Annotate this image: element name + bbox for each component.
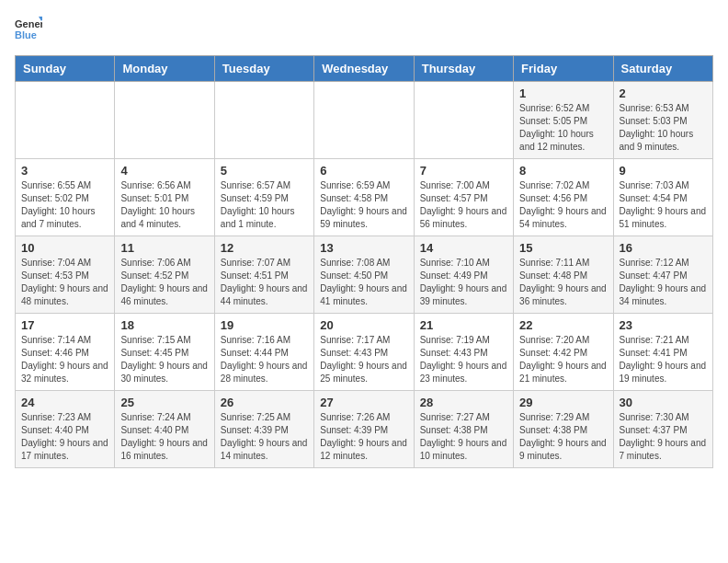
day-number: 12 [221, 241, 308, 255]
day-cell: 11Sunrise: 7:06 AM Sunset: 4:52 PM Dayli… [115, 236, 214, 314]
page-header: General Blue [15, 15, 713, 48]
day-info: Sunrise: 7:03 AM Sunset: 4:54 PM Dayligh… [620, 179, 707, 231]
day-number: 27 [320, 396, 407, 409]
day-info: Sunrise: 7:17 AM Sunset: 4:43 PM Dayligh… [320, 334, 407, 385]
day-cell: 21Sunrise: 7:19 AM Sunset: 4:43 PM Dayli… [414, 314, 513, 391]
day-number: 28 [420, 396, 507, 409]
day-number: 17 [21, 318, 108, 332]
day-cell: 7Sunrise: 7:00 AM Sunset: 4:57 PM Daylig… [414, 159, 513, 236]
day-number: 1 [519, 86, 607, 100]
week-row-5: 24Sunrise: 7:23 AM Sunset: 4:40 PM Dayli… [16, 391, 713, 468]
day-cell: 1Sunrise: 6:52 AM Sunset: 5:05 PM Daylig… [514, 82, 613, 159]
day-info: Sunrise: 7:30 AM Sunset: 4:37 PM Dayligh… [620, 411, 707, 463]
day-info: Sunrise: 6:53 AM Sunset: 5:03 PM Dayligh… [620, 102, 707, 154]
week-row-3: 10Sunrise: 7:04 AM Sunset: 4:53 PM Dayli… [16, 236, 713, 314]
day-info: Sunrise: 7:21 AM Sunset: 4:41 PM Dayligh… [620, 334, 707, 385]
day-number: 9 [620, 164, 707, 178]
day-number: 14 [420, 241, 507, 255]
day-cell: 28Sunrise: 7:27 AM Sunset: 4:38 PM Dayli… [414, 391, 513, 468]
weekday-header-row: SundayMondayTuesdayWednesdayThursdayFrid… [16, 56, 713, 82]
day-info: Sunrise: 7:27 AM Sunset: 4:38 PM Dayligh… [420, 411, 507, 463]
day-number: 24 [21, 396, 108, 409]
day-number: 4 [120, 164, 208, 178]
day-cell: 25Sunrise: 7:24 AM Sunset: 4:40 PM Dayli… [115, 391, 214, 468]
day-number: 21 [420, 318, 507, 332]
day-info: Sunrise: 6:57 AM Sunset: 4:59 PM Dayligh… [221, 179, 308, 231]
day-cell: 5Sunrise: 6:57 AM Sunset: 4:59 PM Daylig… [214, 159, 313, 236]
day-info: Sunrise: 7:10 AM Sunset: 4:49 PM Dayligh… [420, 257, 507, 308]
day-cell: 15Sunrise: 7:11 AM Sunset: 4:48 PM Dayli… [514, 236, 613, 314]
weekday-header-sunday: Sunday [16, 56, 115, 82]
day-number: 20 [320, 318, 407, 332]
day-cell: 22Sunrise: 7:20 AM Sunset: 4:42 PM Dayli… [514, 314, 613, 391]
weekday-header-monday: Monday [115, 56, 214, 82]
day-number: 26 [221, 396, 308, 409]
weekday-header-friday: Friday [514, 56, 613, 82]
day-number: 3 [21, 164, 108, 178]
day-info: Sunrise: 7:08 AM Sunset: 4:50 PM Dayligh… [320, 257, 407, 308]
day-cell: 17Sunrise: 7:14 AM Sunset: 4:46 PM Dayli… [16, 314, 115, 391]
day-info: Sunrise: 7:15 AM Sunset: 4:45 PM Dayligh… [120, 334, 208, 385]
day-number: 10 [21, 241, 108, 255]
day-info: Sunrise: 7:24 AM Sunset: 4:40 PM Dayligh… [120, 411, 208, 463]
day-cell: 12Sunrise: 7:07 AM Sunset: 4:51 PM Dayli… [214, 236, 313, 314]
day-cell [414, 82, 513, 159]
day-number: 23 [620, 318, 707, 332]
weekday-header-saturday: Saturday [613, 56, 712, 82]
day-cell: 10Sunrise: 7:04 AM Sunset: 4:53 PM Dayli… [16, 236, 115, 314]
day-info: Sunrise: 7:19 AM Sunset: 4:43 PM Dayligh… [420, 334, 507, 385]
day-cell [214, 82, 313, 159]
day-info: Sunrise: 7:26 AM Sunset: 4:39 PM Dayligh… [320, 411, 407, 463]
day-number: 7 [420, 164, 507, 178]
day-cell: 16Sunrise: 7:12 AM Sunset: 4:47 PM Dayli… [613, 236, 712, 314]
day-number: 2 [620, 86, 707, 100]
day-cell: 3Sunrise: 6:55 AM Sunset: 5:02 PM Daylig… [16, 159, 115, 236]
week-row-4: 17Sunrise: 7:14 AM Sunset: 4:46 PM Dayli… [16, 314, 713, 391]
day-info: Sunrise: 7:29 AM Sunset: 4:38 PM Dayligh… [519, 411, 607, 463]
svg-text:General: General [15, 18, 42, 29]
day-cell: 6Sunrise: 6:59 AM Sunset: 4:58 PM Daylig… [314, 159, 414, 236]
weekday-header-wednesday: Wednesday [314, 56, 414, 82]
day-info: Sunrise: 6:55 AM Sunset: 5:02 PM Dayligh… [21, 179, 108, 231]
day-info: Sunrise: 7:02 AM Sunset: 4:56 PM Dayligh… [519, 179, 607, 231]
day-cell: 29Sunrise: 7:29 AM Sunset: 4:38 PM Dayli… [514, 391, 613, 468]
day-info: Sunrise: 7:07 AM Sunset: 4:51 PM Dayligh… [221, 257, 308, 308]
day-info: Sunrise: 7:14 AM Sunset: 4:46 PM Dayligh… [21, 334, 108, 385]
day-cell: 4Sunrise: 6:56 AM Sunset: 5:01 PM Daylig… [115, 159, 214, 236]
day-info: Sunrise: 6:52 AM Sunset: 5:05 PM Dayligh… [519, 102, 607, 154]
day-cell: 24Sunrise: 7:23 AM Sunset: 4:40 PM Dayli… [16, 391, 115, 468]
day-number: 15 [519, 241, 607, 255]
day-cell: 8Sunrise: 7:02 AM Sunset: 4:56 PM Daylig… [514, 159, 613, 236]
day-number: 30 [620, 396, 707, 409]
day-cell: 27Sunrise: 7:26 AM Sunset: 4:39 PM Dayli… [314, 391, 414, 468]
day-number: 22 [519, 318, 607, 332]
day-info: Sunrise: 7:23 AM Sunset: 4:40 PM Dayligh… [21, 411, 108, 463]
day-info: Sunrise: 7:16 AM Sunset: 4:44 PM Dayligh… [221, 334, 308, 385]
day-cell: 9Sunrise: 7:03 AM Sunset: 4:54 PM Daylig… [613, 159, 712, 236]
logo-icon: General Blue [15, 15, 42, 48]
day-cell: 14Sunrise: 7:10 AM Sunset: 4:49 PM Dayli… [414, 236, 513, 314]
day-cell: 20Sunrise: 7:17 AM Sunset: 4:43 PM Dayli… [314, 314, 414, 391]
day-info: Sunrise: 6:56 AM Sunset: 5:01 PM Dayligh… [120, 179, 208, 231]
day-number: 13 [320, 241, 407, 255]
day-cell: 18Sunrise: 7:15 AM Sunset: 4:45 PM Dayli… [115, 314, 214, 391]
day-cell: 30Sunrise: 7:30 AM Sunset: 4:37 PM Dayli… [613, 391, 712, 468]
day-number: 8 [519, 164, 607, 178]
weekday-header-thursday: Thursday [414, 56, 513, 82]
day-number: 18 [120, 318, 208, 332]
calendar-table: SundayMondayTuesdayWednesdayThursdayFrid… [15, 55, 713, 468]
day-number: 5 [221, 164, 308, 178]
day-info: Sunrise: 7:00 AM Sunset: 4:57 PM Dayligh… [420, 179, 507, 231]
day-cell: 23Sunrise: 7:21 AM Sunset: 4:41 PM Dayli… [613, 314, 712, 391]
day-cell [115, 82, 214, 159]
week-row-1: 1Sunrise: 6:52 AM Sunset: 5:05 PM Daylig… [16, 82, 713, 159]
logo: General Blue [15, 15, 42, 48]
day-info: Sunrise: 7:11 AM Sunset: 4:48 PM Dayligh… [519, 257, 607, 308]
week-row-2: 3Sunrise: 6:55 AM Sunset: 5:02 PM Daylig… [16, 159, 713, 236]
day-cell: 19Sunrise: 7:16 AM Sunset: 4:44 PM Dayli… [214, 314, 313, 391]
weekday-header-tuesday: Tuesday [214, 56, 313, 82]
day-info: Sunrise: 7:12 AM Sunset: 4:47 PM Dayligh… [620, 257, 707, 308]
day-info: Sunrise: 7:04 AM Sunset: 4:53 PM Dayligh… [21, 257, 108, 308]
day-info: Sunrise: 7:25 AM Sunset: 4:39 PM Dayligh… [221, 411, 308, 463]
day-cell: 2Sunrise: 6:53 AM Sunset: 5:03 PM Daylig… [613, 82, 712, 159]
